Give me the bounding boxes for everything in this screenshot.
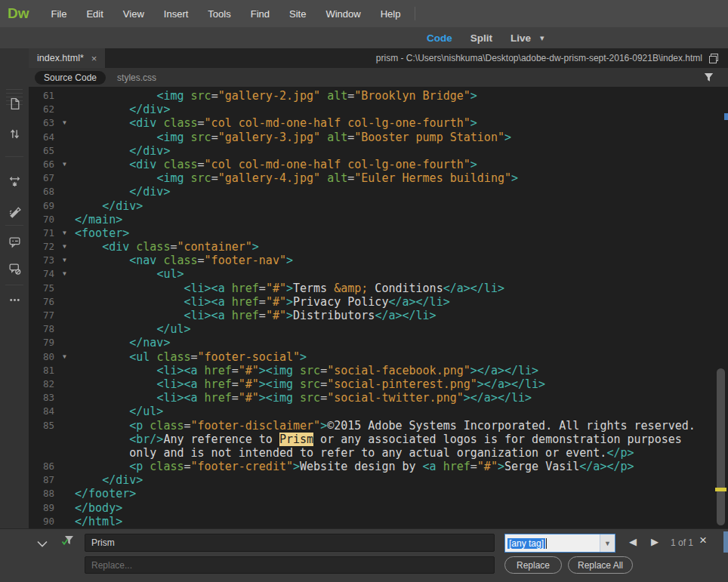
fold-gutter — [54, 391, 75, 405]
view-switcher-bar: CodeSplitLive▾ — [0, 27, 728, 48]
fold-toggle-icon[interactable]: ▼ — [54, 240, 75, 254]
scrollbar-thumb[interactable] — [717, 368, 725, 525]
tab-close-icon[interactable]: × — [91, 53, 97, 64]
fold-toggle-icon[interactable]: ▼ — [54, 116, 75, 130]
code-line[interactable]: </footer> — [75, 487, 136, 500]
view-mode-split[interactable]: Split — [470, 32, 492, 44]
code-line[interactable]: <li><a href="#">Terms &amp; Conditions</… — [75, 282, 504, 295]
replace-button[interactable]: Replace — [504, 556, 562, 574]
code-rows: 61 <img src="gallery-2.jpg" alt="Brookly… — [29, 87, 728, 528]
code-navigate-icon[interactable] — [4, 171, 25, 192]
collapse-chevron-icon[interactable] — [37, 537, 48, 550]
code-row: 78 </ul> — [29, 322, 728, 336]
code-line[interactable]: </nav> — [75, 336, 170, 350]
code-editor[interactable]: 61 <img src="gallery-2.jpg" alt="Brookly… — [29, 87, 728, 528]
menu-find[interactable]: Find — [241, 8, 279, 20]
code-line[interactable]: </div> — [75, 185, 170, 199]
line-number: 75 — [29, 282, 54, 295]
code-line[interactable]: <li><a href="#"><img src="social-pintere… — [75, 377, 545, 391]
code-line[interactable]: <div class="col col-md-one-half col-lg-o… — [75, 158, 477, 171]
fold-toggle-icon[interactable]: ▼ — [54, 226, 75, 240]
chevron-down-icon[interactable]: ▼ — [600, 534, 615, 552]
menu-help[interactable]: Help — [371, 8, 411, 20]
code-row: 65 </div> — [29, 144, 728, 158]
restore-window-icon[interactable] — [708, 53, 719, 63]
fold-toggle-icon[interactable]: ▼ — [54, 267, 75, 281]
fold-gutter — [54, 103, 75, 116]
filter-icon[interactable] — [703, 72, 714, 86]
remove-comment-icon[interactable] — [4, 257, 25, 279]
code-line[interactable]: <img src="gallery-4.jpg" alt="Euler Herm… — [75, 171, 518, 185]
code-line[interactable]: only and is not intended to refer to any… — [75, 446, 634, 460]
code-line[interactable]: <img src="gallery-2.jpg" alt="Brooklyn B… — [75, 89, 477, 103]
document-path: prism - C:\Users\nishkuma\Desktop\adobe-… — [376, 48, 702, 68]
code-line[interactable]: </ul> — [75, 405, 163, 418]
code-line[interactable]: </html> — [75, 515, 122, 528]
fold-gutter — [54, 364, 75, 377]
close-find-bar-icon[interactable]: × — [699, 534, 707, 547]
line-number: 72 — [29, 240, 54, 254]
fold-toggle-icon[interactable]: ▼ — [54, 254, 75, 267]
code-line[interactable]: </ul> — [75, 322, 191, 336]
next-result-button[interactable]: ▶ — [651, 536, 659, 547]
code-line[interactable]: <li><a href="#"><img src="social-twitter… — [75, 391, 532, 405]
code-line[interactable]: </div> — [75, 144, 170, 158]
view-mode-code[interactable]: Code — [427, 32, 452, 44]
fold-toggle-icon[interactable]: ▼ — [54, 350, 75, 364]
document-bar: index.html* × prism - C:\Users\nishkuma\… — [29, 48, 728, 68]
search-filter-icon[interactable] — [60, 534, 75, 551]
fold-gutter — [54, 185, 75, 199]
menu-site[interactable]: Site — [279, 8, 316, 20]
toolbar-divider — [5, 225, 23, 226]
code-line[interactable]: </div> — [75, 103, 170, 116]
menu-file[interactable]: File — [42, 8, 77, 20]
menu-tools[interactable]: Tools — [198, 8, 240, 20]
menu-edit[interactable]: Edit — [76, 8, 113, 20]
open-documents-icon[interactable] — [4, 93, 25, 114]
line-number: 64 — [29, 131, 54, 144]
code-line[interactable]: </div> — [75, 199, 143, 213]
code-line[interactable]: <div class="container"> — [75, 240, 259, 254]
menu-view[interactable]: View — [113, 8, 154, 20]
apply-comment-icon[interactable] — [4, 231, 25, 252]
fold-toggle-icon[interactable]: ▼ — [54, 158, 75, 171]
code-line[interactable]: </body> — [75, 501, 122, 515]
code-line[interactable]: </div> — [75, 473, 143, 487]
line-number — [29, 446, 54, 460]
code-line[interactable]: </main> — [75, 213, 122, 226]
code-line[interactable]: <li><a href="#">Privacy Policy</a></li> — [75, 295, 450, 309]
related-file-source-code[interactable]: Source Code — [35, 71, 106, 85]
replace-input[interactable] — [85, 556, 495, 574]
code-line[interactable]: <div class="col col-md-one-half col-lg-o… — [75, 116, 477, 130]
code-line[interactable]: <ul> — [75, 267, 184, 281]
code-line[interactable]: <p class="footer-disclaimer">©2015 Adobe… — [75, 419, 696, 433]
code-line[interactable]: <footer> — [75, 226, 129, 240]
fold-gutter — [54, 144, 75, 158]
line-number: 62 — [29, 103, 54, 116]
tab-index-html[interactable]: index.html* × — [29, 48, 105, 68]
replace-all-button[interactable]: Replace All — [568, 556, 633, 574]
line-number: 80 — [29, 350, 54, 364]
code-line[interactable]: <img src="gallery-3.jpg" alt="Booster pu… — [75, 131, 511, 144]
view-mode-live[interactable]: Live — [511, 32, 531, 44]
code-line[interactable]: <p class="footer-credit">Website design … — [75, 460, 634, 473]
tab-title: index.html* — [37, 53, 84, 63]
tag-scope-select[interactable]: [any tag] ▼ — [504, 534, 615, 553]
more-options-icon[interactable] — [4, 289, 25, 310]
code-line[interactable]: <ul class="footer-social"> — [75, 350, 307, 364]
related-file-styles-css[interactable]: styles.css — [117, 72, 156, 83]
code-line[interactable]: <li><a href="#"><img src="social-faceboo… — [75, 364, 538, 377]
live-dropdown-icon[interactable]: ▾ — [540, 33, 544, 43]
menu-insert[interactable]: Insert — [154, 8, 199, 20]
search-input[interactable] — [85, 534, 495, 552]
file-management-icon[interactable] — [4, 123, 25, 144]
code-row: 70</main> — [29, 213, 728, 226]
code-line[interactable]: <nav class="footer-nav"> — [75, 254, 293, 267]
format-source-code-icon[interactable] — [4, 201, 25, 222]
menu-window[interactable]: Window — [316, 8, 370, 20]
menu-divider — [415, 7, 415, 20]
code-line[interactable]: <br/>Any reference to Prism or any assoc… — [75, 433, 682, 446]
code-line[interactable]: <li><a href="#">Distributors</a></li> — [75, 309, 436, 322]
fold-gutter — [54, 419, 75, 433]
previous-result-button[interactable]: ◀ — [629, 536, 637, 547]
